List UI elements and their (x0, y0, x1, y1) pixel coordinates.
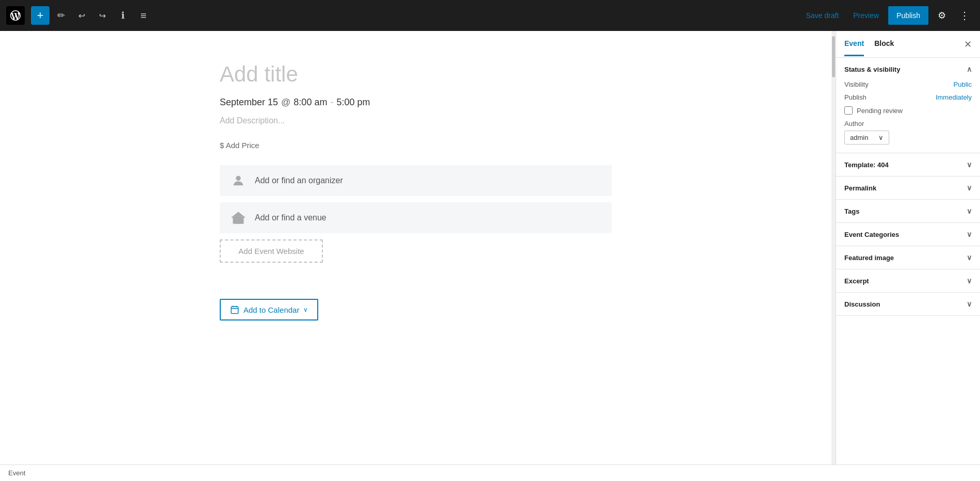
pending-review-checkbox[interactable] (844, 106, 853, 115)
wp-logo-icon (9, 9, 22, 22)
excerpt-header[interactable]: Excerpt ∨ (836, 269, 980, 292)
tags-header[interactable]: Tags ∨ (836, 200, 980, 222)
excerpt-title: Excerpt (844, 277, 869, 285)
organizer-row[interactable]: Add or find an organizer (220, 165, 612, 196)
venue-label: Add or find a venue (255, 213, 326, 222)
svg-point-0 (236, 176, 240, 181)
featured-image-title: Featured image (844, 254, 894, 262)
permalink-header[interactable]: Permalink ∨ (836, 177, 980, 199)
permalink-title: Permalink (844, 184, 876, 192)
event-categories-header[interactable]: Event Categories ∨ (836, 223, 980, 246)
sidebar-tabs: Event Block ✕ (836, 31, 980, 58)
description-field[interactable]: Add Description... (220, 116, 612, 125)
pending-review-label: Pending review (857, 107, 903, 115)
status-visibility-chevron: ∧ (967, 65, 972, 73)
add-block-button[interactable]: + (31, 6, 50, 25)
discussion-header[interactable]: Discussion ∨ (836, 293, 980, 315)
event-categories-title: Event Categories (844, 231, 899, 238)
info-button[interactable]: ℹ (113, 6, 132, 25)
tab-block[interactable]: Block (874, 32, 894, 56)
author-chevron-icon: ∨ (878, 134, 884, 141)
permalink-section: Permalink ∨ (836, 177, 980, 200)
redo-icon: ↪ (99, 11, 106, 21)
status-visibility-header[interactable]: Status & visibility ∧ (836, 58, 980, 81)
sidebar-close-button[interactable]: ✕ (964, 39, 972, 50)
calendar-btn-label: Add to Calendar (243, 306, 299, 314)
tags-title: Tags (844, 207, 859, 215)
redo-button[interactable]: ↪ (93, 6, 111, 25)
event-end-time[interactable]: 5:00 pm (336, 97, 370, 108)
publish-label: Publish (844, 93, 867, 101)
svg-rect-6 (231, 307, 238, 314)
calendar-chevron-icon: ∨ (303, 306, 308, 313)
svg-rect-4 (232, 217, 245, 218)
permalink-chevron-icon: ∨ (967, 184, 972, 192)
status-bar-label: Event (8, 469, 25, 477)
author-select[interactable]: admin ∨ (844, 131, 889, 145)
website-label: Add Event Website (238, 247, 304, 255)
more-options-button[interactable]: ⋮ (955, 6, 974, 25)
editor-scrollbar[interactable] (831, 31, 836, 464)
status-visibility-content: Visibility Public Publish Immediately Pe… (836, 81, 980, 153)
edit-icon: ✏ (57, 10, 65, 21)
event-categories-section: Event Categories ∨ (836, 223, 980, 246)
at-separator: @ (281, 97, 290, 108)
edit-button[interactable]: ✏ (52, 6, 70, 25)
save-draft-button[interactable]: Save draft (801, 8, 844, 23)
list-icon: ≡ (140, 10, 146, 22)
tags-chevron-icon: ∨ (967, 207, 972, 215)
featured-image-chevron-icon: ∨ (967, 253, 972, 262)
excerpt-chevron-icon: ∨ (967, 277, 972, 285)
price-label: $ Add Price (220, 141, 259, 150)
undo-button[interactable]: ↩ (72, 6, 91, 25)
scroll-thumb (832, 36, 835, 77)
status-visibility-section: Status & visibility ∧ Visibility Public … (836, 58, 980, 153)
template-title: Template: 404 (844, 161, 889, 169)
template-section: Template: 404 ∨ (836, 153, 980, 177)
venue-icon (230, 210, 247, 226)
title-field[interactable]: Add title (220, 62, 612, 87)
sidebar: Event Block ✕ Status & visibility ∧ Visi… (836, 31, 980, 464)
excerpt-section: Excerpt ∨ (836, 269, 980, 293)
publish-row: Publish Immediately (844, 93, 972, 101)
add-to-calendar-button[interactable]: Add to Calendar ∨ (220, 299, 318, 320)
editor-inner: Add title September 15 @ 8:00 am - 5:00 … (220, 62, 612, 444)
preview-button[interactable]: Preview (848, 8, 884, 23)
featured-image-header[interactable]: Featured image ∨ (836, 246, 980, 269)
tab-event[interactable]: Event (844, 32, 864, 56)
settings-button[interactable]: ⚙ (933, 6, 951, 25)
status-visibility-title: Status & visibility (844, 66, 900, 73)
event-categories-chevron-icon: ∨ (967, 230, 972, 238)
close-icon: ✕ (964, 39, 972, 50)
time-separator: - (330, 97, 333, 108)
visibility-row: Visibility Public (844, 81, 972, 88)
event-website-field[interactable]: Add Event Website (220, 239, 323, 263)
template-header[interactable]: Template: 404 ∨ (836, 153, 980, 176)
visibility-label: Visibility (844, 81, 869, 88)
event-start-time[interactable]: 8:00 am (293, 97, 327, 108)
publish-value[interactable]: Immediately (936, 93, 972, 101)
undo-icon: ↩ (78, 11, 85, 21)
template-chevron-icon: ∨ (967, 161, 972, 169)
visibility-value[interactable]: Public (954, 81, 972, 88)
organizer-icon (230, 172, 247, 189)
main-area: Add title September 15 @ 8:00 am - 5:00 … (0, 31, 980, 464)
organizer-label: Add or find an organizer (255, 176, 343, 185)
event-datetime: September 15 @ 8:00 am - 5:00 pm (220, 97, 612, 108)
tags-section: Tags ∨ (836, 200, 980, 223)
discussion-title: Discussion (844, 300, 880, 308)
more-icon: ⋮ (959, 9, 970, 22)
svg-marker-5 (232, 212, 244, 216)
calendar-icon (230, 305, 239, 314)
event-date[interactable]: September 15 (220, 97, 278, 108)
featured-image-section: Featured image ∨ (836, 246, 980, 269)
settings-icon: ⚙ (938, 10, 946, 21)
svg-rect-3 (237, 220, 240, 224)
venue-row[interactable]: Add or find a venue (220, 202, 612, 233)
publish-button[interactable]: Publish (888, 6, 928, 25)
discussion-chevron-icon: ∨ (967, 300, 972, 308)
add-price-button[interactable]: $ Add Price (220, 141, 612, 150)
info-icon: ℹ (121, 10, 125, 21)
discussion-section: Discussion ∨ (836, 293, 980, 316)
list-view-button[interactable]: ≡ (134, 6, 153, 25)
